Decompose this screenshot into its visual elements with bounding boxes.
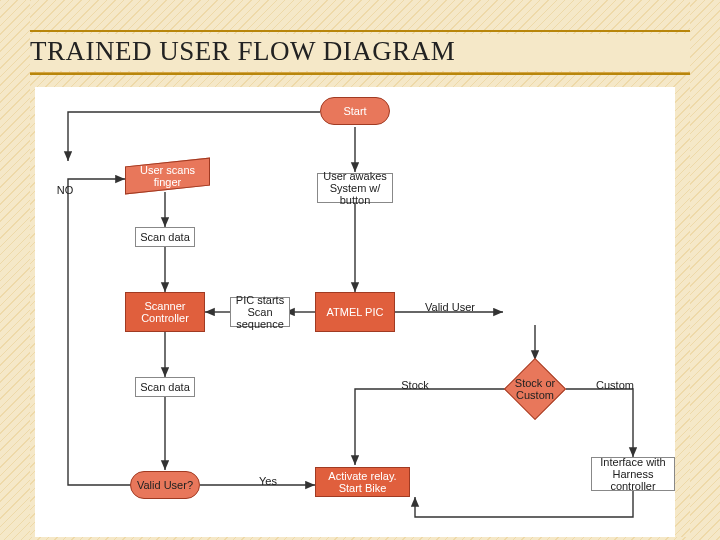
node-scan-data-top: Scan data — [135, 227, 195, 247]
node-atmel: ATMEL PIC — [315, 292, 395, 332]
label-no: NO — [50, 184, 80, 196]
node-activate: Activate relay. Start Bike — [315, 467, 410, 497]
node-valid-user-q: Valid User? — [130, 471, 200, 499]
slide-title: TRAINED USER FLOW DIAGRAM — [30, 34, 690, 71]
node-interface-harness: Interface with Harness controller — [591, 457, 675, 491]
slide-content: TRAINED USER FLOW DIAGRAM — [30, 0, 690, 537]
label-custom: Custom — [590, 379, 640, 391]
label-valid-user: Valid User — [420, 301, 480, 313]
flow-diagram: Start User awakes System w/ button User … — [35, 87, 675, 537]
label-yes: Yes — [253, 475, 283, 487]
node-pic-starts: PIC starts Scan sequence — [230, 297, 290, 327]
node-user-awakes: User awakes System w/ button — [317, 173, 393, 203]
node-start: Start — [320, 97, 390, 125]
title-rule: TRAINED USER FLOW DIAGRAM — [30, 30, 690, 75]
node-scan-data-bottom: Scan data — [135, 377, 195, 397]
label-stock: Stock — [395, 379, 435, 391]
node-scanner-controller: Scanner Controller — [125, 292, 205, 332]
